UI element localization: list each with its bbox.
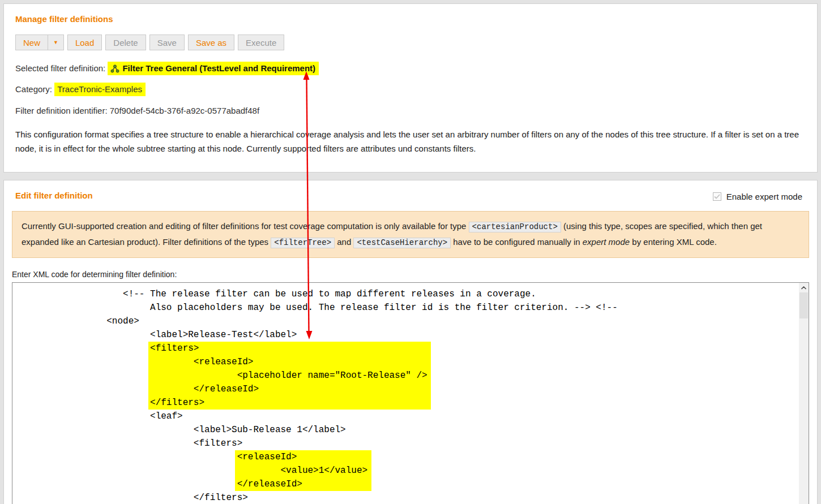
enable-expert-mode-control[interactable]: Enable expert mode (713, 192, 802, 201)
selected-filter-label: Selected filter definition: (15, 63, 105, 73)
manage-filter-definitions-panel: Manage filter definitions New ▼ Load Del… (3, 3, 818, 173)
expert-mode-label: Enable expert mode (726, 192, 802, 201)
format-description: This configuration format specifies a tr… (15, 127, 806, 156)
xml-code-editor[interactable]: <!-- The release filter can be used to m… (12, 282, 809, 504)
selected-filter-value: Filter Tree General (TestLevel and Requi… (122, 63, 315, 73)
save-button[interactable]: Save (149, 35, 185, 50)
scrollbar-thumb[interactable] (799, 292, 808, 318)
scrollbar-up-button[interactable] (799, 283, 809, 292)
identifier-line: Filter definition identifier: 70f90def-5… (15, 106, 809, 115)
expert-mode-emphasis: expert mode (583, 237, 630, 247)
selected-filter-line: Selected filter definition: Filter Tree … (15, 63, 809, 75)
identifier-label: Filter definition identifier: (15, 106, 108, 115)
test-case-hierarchy-chip: <testCaseHierarchy> (353, 238, 451, 248)
filter-tree-chip: <filterTree> (271, 238, 335, 248)
new-button[interactable]: New (16, 35, 48, 50)
filter-toolbar: New ▼ Load Delete Save Save as Execute (15, 35, 809, 50)
selected-filter-value-highlight: Filter Tree General (TestLevel and Requi… (108, 62, 319, 75)
edit-filter-definition-panel: Edit filter definition Enable expert mod… (3, 180, 818, 504)
filter-tree-icon (110, 64, 119, 75)
notice-text: and (335, 237, 353, 247)
gui-support-notice: Currently GUI-supported creation and edi… (12, 211, 809, 258)
xml-code-label: Enter XML code for determining filter de… (12, 270, 809, 279)
new-split-button[interactable]: New ▼ (15, 35, 64, 50)
category-label: Category: (15, 84, 52, 94)
load-button[interactable]: Load (67, 35, 102, 50)
notice-text: have to be configured manually in (451, 237, 583, 247)
notice-text: Currently GUI-supported creation and edi… (22, 221, 469, 231)
notice-text: by entering XML code. (630, 237, 717, 247)
identifier-value: 70f90def-54cb-376f-a92c-0577abadf48f (110, 106, 259, 115)
edit-header-row: Edit filter definition Enable expert mod… (12, 188, 809, 201)
manage-section-title: Manage filter definitions (15, 14, 809, 24)
xml-code-text[interactable]: <!-- The release filter can be used to m… (12, 283, 809, 504)
new-dropdown-arrow-icon[interactable]: ▼ (48, 35, 63, 50)
code-editor-scrollbar[interactable] (799, 283, 809, 504)
category-line: Category: TraceTronic-Examples (15, 84, 809, 94)
edit-section-title: Edit filter definition (15, 191, 93, 200)
expert-mode-checkbox[interactable] (713, 192, 721, 201)
cartesian-product-chip: <cartesianProduct> (469, 222, 561, 232)
save-as-button[interactable]: Save as (188, 35, 234, 50)
delete-button[interactable]: Delete (105, 35, 146, 50)
category-value: TraceTronic-Examples (54, 83, 146, 96)
execute-button[interactable]: Execute (238, 35, 284, 50)
